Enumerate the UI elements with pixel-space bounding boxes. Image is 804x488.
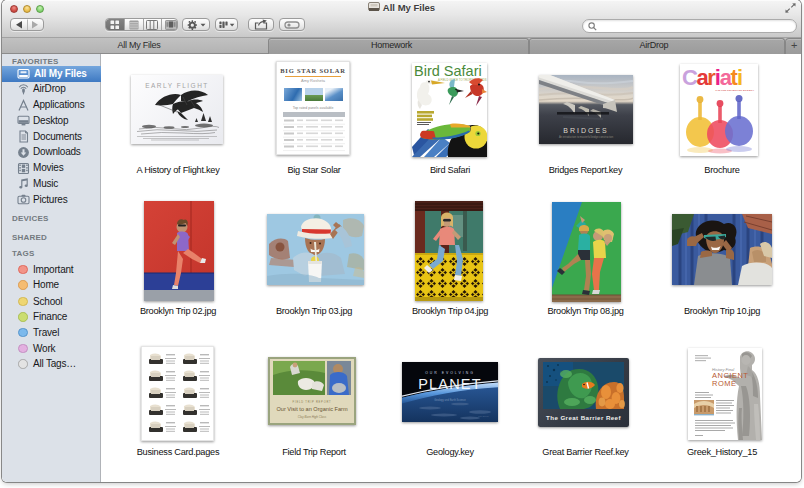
svg-text:Cariati: Cariati [682,65,743,90]
svg-text:OUR EVOLVING: OUR EVOLVING [425,371,475,375]
svg-text:Our Visit to an Organic Farm: Our Visit to an Organic Farm [276,406,347,412]
svg-text:FIELD TRIP REPORT: FIELD TRIP REPORT [293,400,332,404]
svg-text:Geology and Earth Science: Geology and Earth Science [434,398,466,402]
svg-text:ROME: ROME [712,379,737,388]
svg-text:Jan Smith: Jan Smith [478,415,489,418]
svg-text:The Great Barrier Reef: The Great Barrier Reef [546,414,621,421]
svg-text:THE FINE COLLECTION 2013/2014: THE FINE COLLECTION 2013/2014 [715,89,754,92]
svg-text:PLANET: PLANET [418,376,482,392]
svg-text:An introduction to masterful b: An introduction to masterful bridge cons… [559,135,614,139]
svg-text:Clay Barn High Class: Clay Barn High Class [298,415,327,419]
svg-text:BRIDGES: BRIDGES [563,127,609,134]
